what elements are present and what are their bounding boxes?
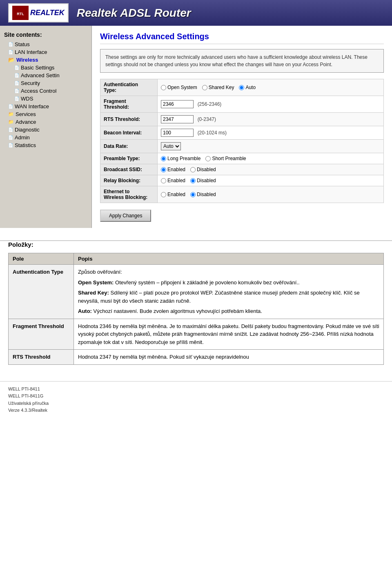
field-label-auth: AuthenticationType:	[100, 79, 158, 96]
sidebar-item-wan[interactable]: 📄 WAN Interface	[0, 103, 91, 110]
auth-open-radio[interactable]	[161, 85, 166, 90]
preamble-short-label[interactable]: Short Preamble	[205, 156, 246, 161]
field-label-frag: FragmentThreshold:	[100, 96, 158, 113]
logo-container: RTL REALTEK	[8, 3, 69, 22]
sidebar-label-lan: LAN Interface	[15, 49, 47, 55]
doc-desc-frag: Hodnota 2346 by neměla být měněna. Je to…	[74, 319, 384, 350]
sidebar-item-diagnostic[interactable]: 📄 Diagnostic	[0, 126, 91, 134]
sidebar-item-statistics[interactable]: 📄 Statistics	[0, 141, 91, 149]
eth-enabled-label[interactable]: Enabled	[161, 192, 185, 197]
table-row: Beacon Interval: (20-1024 ms)	[100, 126, 384, 140]
content-area: Wireless Advanced Settings These setting…	[92, 26, 392, 228]
data-rate-select[interactable]: Auto 1 2 5.5 11 54	[161, 142, 181, 150]
logo-icon: RTL	[12, 6, 29, 20]
sidebar-label-advanced: Advanced Settin	[21, 72, 60, 78]
auth-open-label[interactable]: Open System	[161, 85, 197, 90]
auth-auto-radio[interactable]	[239, 85, 244, 90]
eth-enabled-radio[interactable]	[161, 192, 166, 197]
footer-line3: Uživatelská příručka	[8, 400, 384, 407]
auth-open-text: Open System	[167, 85, 197, 90]
sidebar: Site contents: 📄 Status 📄 LAN Interface …	[0, 26, 92, 228]
apply-changes-button[interactable]: Apply Changes	[100, 210, 151, 222]
relay-disabled-label[interactable]: Disabled	[190, 178, 216, 183]
table-row: Authentication Type Způsob ověřování: Op…	[9, 265, 384, 319]
field-value-auth: Open System Shared Key Auto	[158, 79, 384, 96]
sidebar-label-advance: Advance	[16, 119, 36, 125]
table-row: Broadcast SSID: Enabled Disabled	[100, 164, 384, 175]
bssid-enabled-radio[interactable]	[161, 167, 166, 172]
sidebar-item-wireless[interactable]: 📂 Wireless	[0, 56, 91, 64]
file-icon: 📄	[8, 143, 13, 147]
sidebar-item-admin[interactable]: 📄 Admin	[0, 134, 91, 141]
file-icon: 📄	[8, 50, 13, 54]
table-row: RTS Threshold Hodnota 2347 by neměla být…	[9, 350, 384, 365]
sidebar-item-services[interactable]: 📁 Services	[0, 110, 91, 118]
file-icon: 📄	[8, 135, 13, 140]
field-value-beacon: (20-1024 ms)	[158, 126, 384, 140]
field-value-preamble: Long Preamble Short Preamble	[158, 153, 384, 164]
doc-table: Pole Popis Authentication Type Způsob ov…	[8, 253, 384, 365]
doc-desc-rts: Hodnota 2347 by neměla být měněna. Pokud…	[74, 350, 384, 365]
frag-threshold-input[interactable]	[161, 100, 194, 108]
sidebar-label-statistics: Statistics	[15, 142, 36, 148]
preamble-short-radio[interactable]	[205, 156, 211, 161]
preamble-short-text: Short Preamble	[212, 156, 246, 161]
relay-disabled-radio[interactable]	[190, 178, 196, 183]
sidebar-heading: Site contents:	[0, 29, 91, 40]
sidebar-item-lan[interactable]: 📄 LAN Interface	[0, 48, 91, 56]
sidebar-item-basic[interactable]: 📄 Basic Settings	[0, 64, 91, 71]
sidebar-item-access[interactable]: 📄 Access Control	[0, 87, 91, 95]
rts-threshold-input[interactable]	[161, 115, 194, 123]
file-icon: 📄	[8, 104, 13, 109]
footer-line2: WELL PTI-8411G	[8, 393, 384, 400]
settings-form: AuthenticationType: Open System Shared K…	[100, 79, 384, 203]
sidebar-label-access: Access Control	[21, 88, 56, 94]
header: RTL REALTEK Realtek ADSL Router	[0, 0, 392, 26]
bssid-enabled-text: Enabled	[167, 167, 185, 172]
relay-disabled-text: Disabled	[197, 178, 216, 183]
doc-col-popis: Popis	[74, 253, 384, 265]
sidebar-label-basic: Basic Settings	[21, 65, 54, 71]
field-label-bssid: Broadcast SSID:	[100, 164, 158, 175]
auth-auto-text: Auto	[245, 85, 256, 90]
field-label-datarate: Data Rate:	[100, 140, 158, 153]
preamble-group: Long Preamble Short Preamble	[161, 156, 380, 161]
auth-shared-text: Shared Key	[209, 85, 234, 90]
field-value-datarate: Auto 1 2 5.5 11 54	[158, 140, 384, 153]
preamble-long-label[interactable]: Long Preamble	[161, 156, 200, 161]
sidebar-item-wds[interactable]: 📄 WDS	[0, 95, 91, 103]
bssid-disabled-text: Disabled	[197, 167, 216, 172]
relay-enabled-radio[interactable]	[161, 178, 166, 183]
beacon-interval-input[interactable]	[161, 129, 194, 137]
auth-type-group: Open System Shared Key Auto	[161, 85, 380, 90]
eth-disabled-radio[interactable]	[190, 192, 196, 197]
bssid-enabled-label[interactable]: Enabled	[161, 167, 185, 172]
field-label-relay: Relay Blocking:	[100, 175, 158, 186]
auth-shared-radio[interactable]	[202, 85, 207, 90]
bssid-disabled-radio[interactable]	[190, 167, 196, 172]
relay-enabled-label[interactable]: Enabled	[161, 178, 185, 183]
table-row: Relay Blocking: Enabled Disabled	[100, 175, 384, 186]
field-value-relay: Enabled Disabled	[158, 175, 384, 186]
page-description: These settings are only for more technic…	[100, 49, 384, 73]
auth-auto-label[interactable]: Auto	[239, 85, 256, 90]
frag-hint: (256-2346)	[198, 101, 222, 107]
table-row: Fragment Threshold Hodnota 2346 by neměl…	[9, 319, 384, 350]
preamble-long-radio[interactable]	[161, 156, 166, 161]
table-row: Preamble Type: Long Preamble Short Pream…	[100, 153, 384, 164]
eth-disabled-label[interactable]: Disabled	[190, 192, 216, 197]
field-label-eth: Ethernet toWireless Blocking:	[100, 186, 158, 203]
table-row: Ethernet toWireless Blocking: Enabled Di…	[100, 186, 384, 203]
sidebar-item-security[interactable]: 📄 Security	[0, 79, 91, 87]
sidebar-item-advance[interactable]: 📁 Advance	[0, 118, 91, 126]
bssid-disabled-label[interactable]: Disabled	[190, 167, 216, 172]
file-icon: 📄	[8, 127, 13, 132]
sidebar-item-advanced[interactable]: 📄 Advanced Settin	[0, 71, 91, 79]
field-value-bssid: Enabled Disabled	[158, 164, 384, 175]
folder-icon: 📁	[8, 112, 14, 117]
rts-hint: (0-2347)	[198, 116, 216, 122]
file-icon: 📄	[14, 96, 19, 101]
sidebar-item-status[interactable]: 📄 Status	[0, 40, 91, 48]
auth-shared-label[interactable]: Shared Key	[202, 85, 234, 90]
doc-field-frag: Fragment Threshold	[9, 319, 74, 350]
